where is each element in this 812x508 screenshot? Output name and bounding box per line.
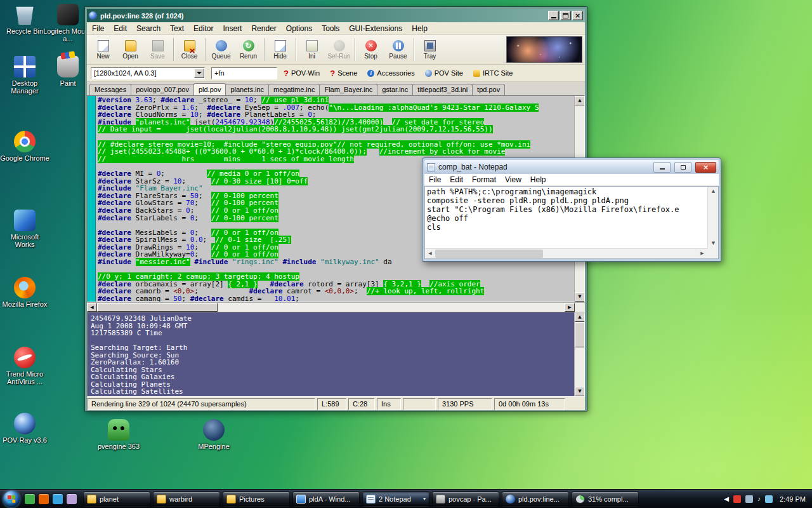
photo-gallery-icon[interactable]: [67, 494, 77, 504]
desktop-icon-mpengine[interactable]: MPengine: [189, 419, 239, 450]
toolbar-button-open[interactable]: Open: [117, 36, 144, 64]
taskbar-button-planet[interactable]: planet: [83, 491, 150, 507]
link-pov-win[interactable]: ?POV-Win: [284, 69, 320, 78]
toolbar-button-new[interactable]: New: [89, 36, 117, 64]
notepad-menu-help[interactable]: Help: [530, 175, 546, 184]
tab-tpd-pov[interactable]: tpd.pov: [472, 84, 505, 95]
menu-editor[interactable]: Editor: [193, 24, 213, 33]
menu-text[interactable]: Text: [170, 24, 184, 33]
taskbar-button-plda-wind[interactable]: pldA - Wind...: [292, 491, 360, 507]
menu-file[interactable]: File: [92, 24, 104, 33]
tab-gstar-inc[interactable]: gstar.inc: [377, 84, 413, 95]
toolbar-button-pause[interactable]: Pause: [384, 36, 412, 64]
scroll-down-icon[interactable]: ▼: [575, 387, 585, 396]
toolbar-button-sel-run[interactable]: Sel-Run: [325, 36, 353, 64]
notepad-vertical-scrollbar[interactable]: ▲ ▼: [707, 187, 718, 248]
desktop-icon-pvengine[interactable]: pvengine 363: [94, 419, 143, 450]
tab-povlogo-007-pov[interactable]: povlogo_007.pov: [131, 84, 194, 95]
link-scene[interactable]: ?Scene: [330, 69, 357, 78]
link-accessories[interactable]: iAccessories: [367, 69, 414, 77]
toolbar-button-queue[interactable]: Queue: [207, 36, 235, 64]
safely-remove-icon[interactable]: [745, 495, 753, 503]
notepad-menu-file[interactable]: File: [429, 175, 441, 184]
maximize-button[interactable]: [674, 162, 691, 173]
horizontal-scroll-thumb[interactable]: [97, 303, 218, 312]
toolbar-button-close[interactable]: Close: [176, 36, 203, 64]
taskbar-button-31-compl[interactable]: 31% compl...: [572, 491, 639, 507]
command-line-input[interactable]: [211, 67, 277, 79]
tab-pld-pov[interactable]: pld.pov: [193, 83, 226, 95]
notepad-menu-edit[interactable]: Edit: [450, 175, 463, 184]
menu-tools[interactable]: Tools: [322, 24, 339, 33]
start-button[interactable]: [3, 491, 20, 507]
close-button[interactable]: [572, 11, 583, 20]
notepad-menu-format[interactable]: Format: [472, 175, 496, 184]
minimize-button[interactable]: [548, 11, 559, 20]
taskbar-button-2-notepad[interactable]: 2 Notepad▾: [362, 491, 429, 507]
menu-options[interactable]: Options: [286, 24, 312, 33]
scroll-left-icon[interactable]: ◀: [87, 303, 97, 312]
notepad-text-area[interactable]: path %PATH%;c:\programing\imagemagickcom…: [424, 186, 719, 259]
toolbar-button-tray[interactable]: Tray: [416, 36, 443, 64]
scroll-right-icon[interactable]: ▶: [565, 303, 575, 312]
volume-icon[interactable]: ♪: [757, 495, 761, 503]
resolution-dropdown[interactable]: [1280x1024, AA 0.3]: [91, 67, 205, 79]
notepad-horizontal-scrollbar[interactable]: ◀ ▶: [425, 248, 707, 258]
povray-titlebar[interactable]: pld.pov:line 328 (of 1024): [87, 9, 585, 22]
link-irtc-site[interactable]: IRTC Site: [473, 69, 513, 77]
tab-flam-bayer-inc[interactable]: Flam_Bayer.inc: [319, 84, 377, 95]
toolbar-button-ini[interactable]: Ini: [298, 36, 325, 64]
menu-edit[interactable]: Edit: [114, 24, 127, 33]
scroll-down-icon[interactable]: ▼: [708, 239, 719, 248]
menu-gui-extensions[interactable]: GUI-Extensions: [349, 24, 402, 33]
desktop-icon-povray[interactable]: POV-Ray v3.6: [0, 413, 49, 444]
close-button[interactable]: [695, 162, 716, 173]
firefox-quicklaunch-icon[interactable]: [39, 494, 49, 504]
menu-render[interactable]: Render: [251, 24, 276, 33]
messages-vertical-scrollbar[interactable]: ▲ ▼: [574, 312, 584, 396]
taskbar-button-povcap-pa[interactable]: povcap - Pa...: [432, 491, 499, 507]
hidden-icons-chevron[interactable]: ◀: [724, 495, 729, 503]
notepad-titlebar[interactable]: comp_bat - Notepad: [424, 160, 719, 174]
minimize-button[interactable]: [653, 162, 671, 173]
link-pov-site[interactable]: POV Site: [425, 69, 463, 77]
messages-scroll-thumb[interactable]: [575, 322, 585, 347]
toolbar-button-save[interactable]: Save: [144, 36, 171, 64]
desktop-icon-desktopmgr[interactable]: Desktop Manager: [0, 56, 49, 95]
toolbar-button-stop[interactable]: Stop: [357, 36, 384, 64]
scroll-left-icon[interactable]: ◀: [425, 249, 435, 258]
scroll-down-icon[interactable]: ▼: [575, 292, 585, 302]
tab-messages[interactable]: Messages: [89, 84, 131, 95]
media-center-icon[interactable]: [25, 494, 35, 504]
toolbar-button-rerun[interactable]: Rerun: [235, 36, 262, 64]
scroll-up-icon[interactable]: ▲: [575, 96, 585, 105]
scroll-right-icon[interactable]: ▶: [697, 249, 707, 258]
tab-planets-inc[interactable]: planets.inc: [225, 84, 269, 95]
resize-grip[interactable]: [707, 248, 718, 258]
desktop-icon-firefox[interactable]: Mozilla Firefox: [0, 277, 49, 308]
scroll-up-icon[interactable]: ▲: [575, 312, 585, 322]
taskbar-clock[interactable]: 2:49 PM: [780, 495, 806, 503]
taskbar-button-pictures[interactable]: Pictures: [223, 491, 290, 507]
tab-megatime-inc[interactable]: megatime.inc: [268, 84, 320, 95]
desktop-icon-works[interactable]: Microsoft Works: [0, 210, 49, 248]
horizontal-scroll-thumb[interactable]: [435, 250, 543, 258]
internet-explorer-icon[interactable]: [53, 494, 63, 504]
tab-titlepacif3-3d-ini[interactable]: titlepacif3_3d.ini: [412, 84, 473, 95]
taskbar-button-warbird[interactable]: warbird: [153, 491, 220, 507]
network-icon[interactable]: [765, 495, 773, 503]
menu-insert[interactable]: Insert: [223, 24, 242, 33]
notepad-menu-view[interactable]: View: [505, 175, 521, 184]
desktop-icon-trend[interactable]: Trend Micro AntiVirus ...: [0, 347, 49, 385]
dropdown-arrow-icon[interactable]: [194, 69, 204, 78]
antivirus-tray-icon[interactable]: [733, 495, 741, 503]
notepad-text[interactable]: path %PATH%;c:\programing\imagemagickcom…: [427, 187, 707, 248]
menu-search[interactable]: Search: [136, 24, 160, 33]
desktop-icon-recycle[interactable]: Recycle Bin: [0, 4, 49, 35]
desktop-icon-chrome[interactable]: Google Chrome: [0, 131, 49, 162]
render-preview-thumbnail[interactable]: [506, 36, 582, 63]
menu-help[interactable]: Help: [412, 24, 428, 33]
scroll-up-icon[interactable]: ▲: [708, 187, 719, 196]
maximize-button[interactable]: [560, 11, 571, 20]
editor-horizontal-scrollbar[interactable]: ◀ ▶: [87, 302, 585, 312]
